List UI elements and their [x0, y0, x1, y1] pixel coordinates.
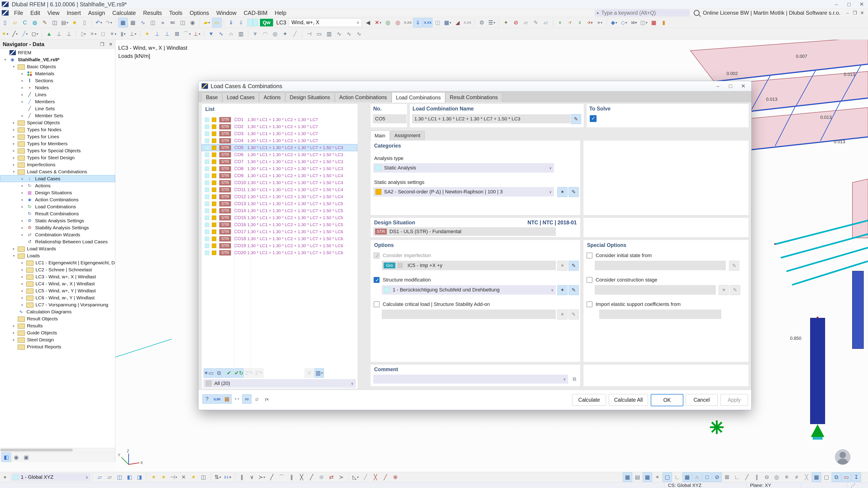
toolbar-button-2-icon[interactable]: ⊣▾ — [169, 473, 178, 482]
solve-checkbox[interactable] — [205, 216, 209, 220]
tree-item-actions[interactable]: ▸↻Actions — [0, 182, 115, 189]
toolbar-button-2-icon[interactable]: ╳ — [371, 473, 380, 482]
expander-icon[interactable]: ▸ — [10, 156, 18, 160]
toolbar-button-17-icon[interactable]: ▱ — [521, 18, 530, 27]
combination-row-co16[interactable]: STRCO161.30 * LC1 + 1.30 * LC2 + 1.30 * … — [202, 221, 358, 228]
dialog-maximize-icon[interactable]: □ — [724, 83, 737, 89]
toolbar-button-31-icon[interactable]: ▦ — [649, 18, 658, 27]
toolbar-button-0-icon[interactable]: ▯ — [0, 18, 10, 27]
tree-item-result-objects[interactable]: Result Objects — [0, 315, 115, 322]
mini-minimize-icon[interactable]: – — [844, 10, 851, 15]
toolbar-button-2-icon[interactable]: ∿ — [138, 18, 148, 27]
expander-icon[interactable]: ▸ — [19, 282, 26, 286]
menu-tools[interactable]: Tools — [165, 10, 186, 16]
toolbar-button-4-icon[interactable]: ⌒▾ — [182, 29, 192, 39]
expander-icon[interactable]: ▸ — [19, 226, 26, 230]
toolbar-button-23-icon[interactable]: ↧ — [851, 473, 861, 482]
toolbar-button-0-icon[interactable]: ◀ — [363, 18, 373, 27]
toolbar-button-5-icon[interactable]: ◫ — [50, 18, 59, 27]
combination-row-co15[interactable]: STRCO151.30 * LC1 + 1.30 * LC2 + 1.30 * … — [202, 214, 358, 221]
toolbar-button-0-icon[interactable]: ▦ — [623, 473, 632, 482]
solve-checkbox[interactable] — [205, 236, 209, 241]
navigator-hscrollbar[interactable] — [0, 448, 115, 452]
toolbar-button-1-icon[interactable]: ↷▾ — [104, 18, 114, 27]
maximize-icon[interactable]: □ — [843, 1, 855, 7]
expander-icon[interactable]: ▸ — [19, 303, 26, 307]
toolbar-button-4-icon[interactable]: ◨ — [135, 473, 144, 482]
toolbar-button-3-icon[interactable]: ◎ — [393, 18, 403, 27]
solve-checkbox[interactable] — [205, 251, 209, 255]
expander-icon[interactable]: ▸ — [19, 78, 26, 83]
toolbar-button-24-icon[interactable]: -X▾ — [585, 18, 594, 27]
tree-item-stability-analysis-settings[interactable]: ▸⚙Stability Analysis Settings — [0, 224, 115, 231]
toolbar-button-4-icon[interactable]: ∿ — [344, 29, 354, 39]
dialog-title-bar[interactable]: Load Cases & Combinations – □ ✕ — [198, 81, 751, 91]
expander-icon[interactable]: ▸ — [10, 128, 18, 132]
expander-icon[interactable]: ▸ — [19, 191, 26, 195]
toolbar-button-0-icon[interactable]: ✶ — [143, 29, 152, 39]
toolbar-button-7-icon[interactable]: ∩ — [692, 473, 702, 482]
solve-checkbox[interactable] — [205, 181, 209, 185]
toolbar-button-0-icon[interactable]: ▱ — [95, 473, 104, 482]
dialog-tab-load-cases[interactable]: Load Cases — [222, 93, 259, 102]
expander-icon[interactable]: ▸ — [19, 261, 26, 265]
resize-grip[interactable]: ⋰ — [847, 482, 868, 488]
expander-icon[interactable]: ▾ — [10, 170, 18, 174]
toolbar-button-1-icon[interactable]: ⇓ — [236, 18, 246, 27]
toolbar-button-2-icon[interactable]: ∩ — [226, 29, 236, 39]
dialog-tab-design-situations[interactable]: Design Situations — [285, 93, 335, 102]
toolbar-button-6-icon[interactable]: ╳ — [297, 473, 306, 482]
toolbar-button-15-icon[interactable]: ✦ — [501, 18, 510, 27]
construction-stage-checkbox[interactable] — [587, 277, 592, 283]
toolbar-button-3-icon[interactable]: ◧ — [125, 473, 134, 482]
toolbar-button-30-icon[interactable]: ◫▾ — [639, 18, 649, 27]
toolbar-button-0-icon[interactable]: ✶ — [149, 473, 158, 482]
rename-button[interactable]: ✎ — [571, 114, 581, 124]
tree-item-load-cases-combinations[interactable]: ▾Load Cases & Combinations — [0, 168, 115, 175]
combination-row-co17[interactable]: STRCO171.30 * LC1 + 1.30 * LC2 + 1.30 * … — [202, 228, 358, 235]
solve-checkbox[interactable] — [205, 125, 209, 129]
toolbar-button-20-icon[interactable]: ▢ — [822, 473, 831, 482]
elastic-support-checkbox[interactable] — [587, 301, 592, 307]
toolbar-button-4-icon[interactable]: ⌒ — [277, 473, 286, 482]
toolbar-button-1-icon[interactable]: 2⇣▾ — [223, 473, 232, 482]
expander-icon[interactable]: ▸ — [10, 135, 18, 139]
toolbar-button-7-icon[interactable]: ╱ — [307, 473, 316, 482]
critical-edit-button[interactable]: ✎ — [568, 310, 579, 320]
construction-new-button[interactable]: ✶ — [719, 285, 729, 295]
solve-checkbox[interactable] — [205, 118, 209, 122]
tree-item-action-combinations[interactable]: ▸◆Action Combinations — [0, 196, 115, 203]
toolbar-button-8-icon[interactable]: ▯ — [80, 18, 89, 27]
toolbar-button-21-icon[interactable]: X — [555, 18, 565, 27]
navigator-page-tab-2-icon[interactable]: ▣ — [22, 453, 31, 462]
dialog-close-icon[interactable]: ✕ — [737, 83, 749, 89]
initial-state-edit-button[interactable]: ✎ — [729, 261, 739, 271]
toolbar-button-4-icon[interactable]: » — [158, 18, 167, 27]
toolbar-button-14-icon[interactable]: ⊖ — [762, 473, 772, 482]
expander-icon[interactable]: ▸ — [19, 72, 26, 76]
critical-new-button[interactable]: ✶ — [557, 310, 567, 320]
toolbar-button-10-icon[interactable]: ⊠ — [722, 473, 732, 482]
tree-item-guide-objects[interactable]: ▸Guide Objects — [0, 329, 115, 336]
toolbar-button-22-icon[interactable]: ▭ — [842, 473, 851, 482]
dialog-tab-action-combinations[interactable]: Action Combinations — [335, 93, 391, 102]
toolbar-button-7-icon[interactable]: ◉ — [188, 18, 197, 27]
tree-item-combination-wizards[interactable]: ▸⇄Combination Wizards — [0, 231, 115, 238]
toolbar-button-4-icon[interactable]: X.XX — [403, 18, 412, 27]
tree-item-load-wizards[interactable]: ▸Load Wizards — [0, 245, 115, 252]
dialog-tab-actions[interactable]: Actions — [259, 93, 285, 102]
tree-item-members[interactable]: ▸╱Members — [0, 98, 115, 105]
toolbar-button-0-icon[interactable]: ▯▾ — [79, 29, 88, 39]
solve-checkbox[interactable] — [205, 153, 209, 157]
toolbar-button-10-icon[interactable]: ≻ — [337, 473, 346, 482]
toolbar-button-1-icon[interactable]: ▱ — [10, 18, 20, 27]
toolbar-button-1-icon[interactable]: ▤ — [633, 473, 642, 482]
toolbar-button-1-icon[interactable]: ∨ — [247, 473, 256, 482]
toolbar-button-11-icon[interactable]: ∟ — [732, 473, 742, 482]
expander-icon[interactable]: ▸ — [19, 184, 26, 188]
expander-icon[interactable]: ▸ — [19, 113, 26, 118]
minimize-icon[interactable]: – — [830, 1, 843, 7]
imperfection-edit-button[interactable]: ✎ — [568, 261, 579, 271]
menu-edit[interactable]: Edit — [27, 10, 43, 16]
combination-row-co2[interactable]: STRCO21.30 * LC1 + 1.30 * LC2 + 1.30 * L… — [202, 123, 358, 130]
